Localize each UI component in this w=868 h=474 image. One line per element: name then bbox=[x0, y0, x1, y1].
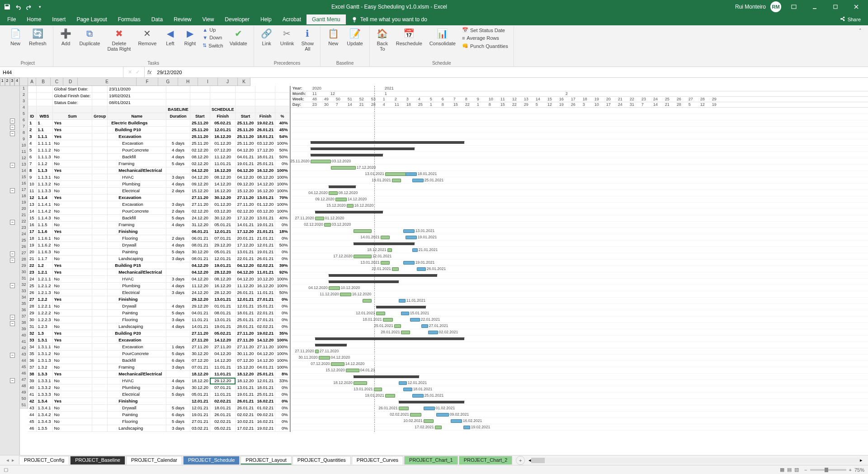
grid[interactable]: Global Start Date:23/11/2020Global Finis… bbox=[28, 86, 290, 432]
task-bar[interactable] bbox=[354, 229, 372, 233]
baseline-bar[interactable] bbox=[412, 394, 424, 398]
task-bar[interactable] bbox=[315, 217, 324, 220]
task-bar[interactable] bbox=[387, 248, 392, 252]
save-icon[interactable] bbox=[4, 3, 11, 10]
task-bar[interactable] bbox=[401, 331, 410, 334]
row-header[interactable]: 19 bbox=[20, 200, 28, 206]
tab-nav-first-icon[interactable]: ◂ bbox=[6, 457, 9, 463]
row-header[interactable]: 16 bbox=[20, 181, 28, 187]
row-header[interactable]: 12 bbox=[20, 156, 28, 162]
table-row[interactable]: 341.3.1.1NoExcavation1 days27.11.2027.11… bbox=[28, 344, 289, 351]
row-header[interactable]: 36 bbox=[20, 308, 28, 314]
table-row[interactable]: 301.2.2.3NoFlooring3 days11.01.2113.01.2… bbox=[28, 317, 289, 323]
col-header-J[interactable]: J bbox=[218, 78, 238, 86]
zoom-slider[interactable] bbox=[810, 469, 846, 471]
task-bar[interactable] bbox=[392, 267, 399, 271]
sheet-tab-project_schedule[interactable]: PROJECT_Schedule bbox=[183, 456, 240, 465]
row-header[interactable]: 50 bbox=[20, 396, 28, 403]
table-row[interactable]: 221.2YesBuilding P1504.12.2019.01.2104.1… bbox=[28, 262, 289, 269]
baseline-bar[interactable] bbox=[399, 299, 406, 303]
col-header-D[interactable]: D bbox=[63, 78, 78, 86]
tab-nav-last-icon[interactable]: ▸ bbox=[12, 457, 14, 463]
showall-button[interactable]: ℹShow All bbox=[298, 26, 316, 52]
table-row[interactable]: 41.1.1.1NoExcavation5 days25.11.2001.12.… bbox=[28, 140, 289, 147]
summary-bar[interactable] bbox=[311, 147, 415, 150]
tab-gantt-menu[interactable]: Gantt Menu bbox=[307, 14, 346, 24]
summary-bar[interactable] bbox=[311, 141, 464, 144]
task-bar[interactable] bbox=[329, 286, 340, 290]
col-header-K[interactable]: K bbox=[238, 78, 250, 86]
sheet-tab-project_calendar[interactable]: PROJECT_Calendar bbox=[126, 456, 182, 465]
task-bar[interactable] bbox=[410, 413, 421, 417]
table-row[interactable]: 51.1.1.2NoPourConcrete4 days02.12.2007.1… bbox=[28, 147, 289, 154]
baseline-new-button[interactable]: 📋New bbox=[324, 26, 342, 47]
sheet-tab-project_curves[interactable]: PROJECT_Curves bbox=[352, 456, 403, 465]
row-header[interactable]: 6 bbox=[20, 118, 28, 124]
switch-button[interactable]: ⇅Switch bbox=[201, 42, 225, 49]
table-row[interactable]: 11YesElectric Buildings25.11.2005.02.212… bbox=[28, 120, 289, 127]
task-bar[interactable] bbox=[346, 369, 359, 372]
row-header[interactable]: 51 bbox=[20, 403, 28, 409]
setstatus-button[interactable]: 📅Set Status Date bbox=[460, 26, 510, 34]
row-header[interactable]: 33 bbox=[20, 289, 28, 295]
task-bar[interactable] bbox=[383, 318, 393, 322]
table-row[interactable]: 131.1.4.1NoExcavation3 days27.11.2001.12… bbox=[28, 201, 289, 208]
outline-collapse-icon[interactable]: − bbox=[10, 118, 15, 123]
row-header[interactable]: 39 bbox=[20, 327, 28, 333]
row-header[interactable]: 34 bbox=[20, 295, 28, 301]
row-header[interactable]: 18 bbox=[20, 194, 28, 200]
task-bar[interactable] bbox=[347, 204, 354, 208]
baseline-bar[interactable] bbox=[451, 419, 462, 423]
ribbon-display-icon[interactable] bbox=[786, 0, 802, 14]
table-row[interactable]: 271.2.2YesFinishing29.12.2013.01.2112.01… bbox=[28, 296, 289, 303]
tab-view[interactable]: View bbox=[197, 14, 220, 24]
table-row[interactable]: 71.1.2NoFraming5 days02.12.2011.01.2119.… bbox=[28, 161, 289, 167]
table-row[interactable]: 211.1.7NoLandscaping3 days08.01.2112.01.… bbox=[28, 256, 289, 262]
row-header[interactable]: 1 bbox=[20, 86, 28, 92]
avatar[interactable]: RM bbox=[770, 1, 781, 12]
outline-collapse-icon[interactable]: − bbox=[10, 188, 15, 193]
summary-bar[interactable] bbox=[376, 306, 426, 308]
summary-bar[interactable] bbox=[315, 211, 383, 213]
validate-button[interactable]: ✔Validate bbox=[227, 26, 250, 47]
row-header[interactable]: 5 bbox=[20, 111, 28, 118]
row-header[interactable]: 49 bbox=[20, 390, 28, 396]
row-header[interactable]: 23 bbox=[20, 225, 28, 232]
row-header[interactable]: 25 bbox=[20, 238, 28, 244]
table-row[interactable]: 231.2.1YesMechanical/Electrical04.12.202… bbox=[28, 269, 289, 276]
col-header-I[interactable]: I bbox=[198, 78, 218, 86]
add-task-button[interactable]: ➕Add bbox=[57, 26, 75, 47]
table-row[interactable]: 61.1.1.3NoBackfill4 days08.12.2011.12.20… bbox=[28, 154, 289, 161]
task-bar[interactable] bbox=[331, 166, 356, 170]
baseline-bar[interactable] bbox=[436, 413, 449, 417]
row-header[interactable]: 3 bbox=[20, 99, 28, 105]
table-row[interactable]: 401.3.3.2NoPlumbing3 days30.12.2007.01.2… bbox=[28, 384, 289, 391]
task-bar[interactable] bbox=[374, 388, 382, 391]
row-header[interactable]: 26 bbox=[20, 244, 28, 251]
col-header-G[interactable]: G bbox=[158, 78, 178, 86]
row-header[interactable]: 11 bbox=[20, 149, 28, 156]
table-row[interactable]: 431.3.4.1NoDrywall5 days12.01.2118.01.21… bbox=[28, 405, 289, 412]
remove-task-button[interactable]: ✕Remove bbox=[135, 26, 159, 47]
table-row[interactable]: 361.3.1.3NoBackfill6 days07.12.2014.12.2… bbox=[28, 357, 289, 364]
normal-view-icon[interactable]: ▦ bbox=[780, 467, 784, 473]
maximize-icon[interactable] bbox=[827, 0, 844, 14]
task-bar[interactable] bbox=[311, 160, 331, 163]
baseline-bar[interactable] bbox=[410, 318, 420, 322]
user-name[interactable]: Rui Monteiro bbox=[735, 4, 766, 10]
task-bar[interactable] bbox=[376, 312, 385, 315]
summary-bar[interactable] bbox=[329, 274, 437, 277]
new-project-button[interactable]: 📄New bbox=[6, 26, 24, 47]
sheet-tab-project_config[interactable]: PROJECT_Config bbox=[19, 456, 69, 465]
row-header[interactable]: 41 bbox=[20, 339, 28, 346]
row-header[interactable]: 47 bbox=[20, 377, 28, 384]
sheet-tab-project_layout[interactable]: PROJECT_Layout bbox=[241, 456, 291, 465]
row-header[interactable]: 44 bbox=[20, 358, 28, 365]
row-header[interactable]: 27 bbox=[20, 251, 28, 257]
sheet-tab-project_chart_1[interactable]: PROJECT_Chart_1 bbox=[404, 456, 458, 465]
task-bar[interactable] bbox=[399, 407, 409, 410]
table-row[interactable]: 191.1.6.2NoDrywall4 days08.01.2129.12.20… bbox=[28, 242, 289, 249]
row-header[interactable]: 2 bbox=[20, 92, 28, 99]
outline-collapse-icon[interactable]: − bbox=[10, 258, 15, 263]
baseline-bar[interactable] bbox=[412, 179, 424, 182]
